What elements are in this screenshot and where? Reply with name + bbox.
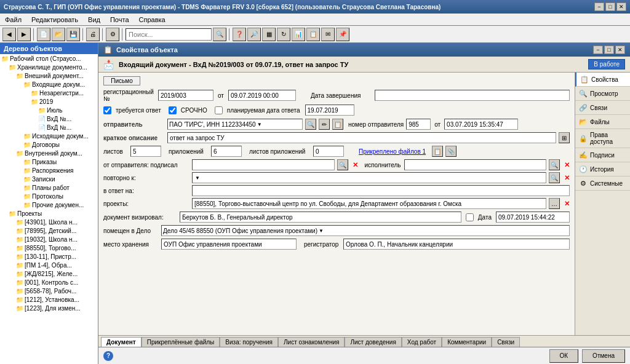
toolbar-zoom[interactable]: 🔎 bbox=[247, 28, 261, 41]
tree-item-external[interactable]: 📁Внешний документ... bbox=[0, 71, 98, 80]
projects-input[interactable] bbox=[192, 198, 546, 209]
sender-number-input[interactable] bbox=[406, 119, 431, 130]
sidebar-item-files[interactable]: 📂 Файлы bbox=[575, 115, 630, 129]
tab-comments[interactable]: Комментарии bbox=[442, 337, 492, 347]
tree-item-1223[interactable]: 📁[1223], Для измен... bbox=[0, 304, 98, 312]
executor-input[interactable] bbox=[404, 159, 547, 170]
brief-desc-expand-btn[interactable]: ⊞ bbox=[559, 132, 570, 143]
ok-button[interactable]: ОК bbox=[549, 349, 579, 363]
tab-attached-files[interactable]: Прикреплённые файлы bbox=[142, 337, 220, 347]
reg-date-input[interactable] bbox=[228, 90, 296, 101]
toolbar-extra4[interactable]: 📌 bbox=[336, 28, 349, 41]
tree-item-43901[interactable]: 📁[43901], Школа н... bbox=[0, 218, 98, 226]
tree-item-19032[interactable]: 📁[19032], Школа н... bbox=[0, 235, 98, 243]
toolbar-extra1[interactable]: 📊 bbox=[292, 28, 305, 41]
registrar-input[interactable] bbox=[343, 239, 570, 250]
sidebar-item-system[interactable]: ⚙ Системные bbox=[575, 176, 630, 191]
toolbar-save[interactable]: 💾 bbox=[66, 28, 80, 41]
urgent-checkbox[interactable] bbox=[169, 106, 177, 114]
sender-edit-btn[interactable]: ✏ bbox=[319, 119, 330, 130]
toolbar-extra3[interactable]: ✉ bbox=[321, 28, 335, 41]
tree-item-5658[interactable]: 📁[5658-78], Рабоч... bbox=[0, 287, 98, 295]
sender-clear-btn[interactable]: 📋 bbox=[332, 119, 343, 130]
tree-item-orders[interactable]: 📁Приказы bbox=[0, 157, 98, 166]
toolbar-settings[interactable]: ⚙ bbox=[106, 28, 119, 41]
toolbar-refresh[interactable]: ↻ bbox=[277, 28, 290, 41]
attach-sheets-input[interactable] bbox=[313, 146, 344, 157]
files-attach-btn[interactable]: 📎 bbox=[445, 146, 457, 157]
sidebar-item-links[interactable]: 🔗 Связи bbox=[575, 101, 630, 115]
completion-date-input[interactable] bbox=[375, 90, 570, 101]
tree-item-decrees[interactable]: 📁Распоряжения bbox=[0, 166, 98, 175]
tree-item-contracts[interactable]: 📁Договоры bbox=[0, 140, 98, 149]
minimize-button[interactable]: − bbox=[594, 2, 604, 11]
signer-input[interactable] bbox=[192, 159, 335, 170]
executor-search-btn[interactable]: 🔍 bbox=[549, 159, 560, 170]
search-button[interactable]: 🔍 bbox=[213, 28, 226, 41]
tree-item-pm1-4[interactable]: 📁[ПМ 1-4], Обра... bbox=[0, 261, 98, 269]
tree-item-outgoing[interactable]: 📁Исходящие докум... bbox=[0, 132, 98, 140]
sender-search-btn[interactable]: 🔍 bbox=[305, 119, 316, 130]
sidebar-item-view[interactable]: 🔍 Просмотр bbox=[575, 87, 630, 101]
signer-clear-icon[interactable]: ✕ bbox=[353, 161, 358, 169]
tree-item-unregistered[interactable]: 📁Незарегистри... bbox=[0, 89, 98, 97]
sender-date-input[interactable] bbox=[444, 119, 518, 130]
toolbar-back[interactable]: ◀ bbox=[2, 28, 16, 41]
in-answer-input[interactable] bbox=[192, 185, 570, 196]
repeat-dropdown[interactable]: ▼ bbox=[192, 172, 546, 183]
window-minimize[interactable]: − bbox=[593, 46, 603, 54]
menu-mail[interactable]: Почта bbox=[108, 15, 132, 24]
tree-item-doc1[interactable]: 📄ВхД №... bbox=[0, 114, 98, 123]
tree-item-desktop[interactable]: 📁Рабочий стол (Страусо... bbox=[0, 54, 98, 63]
sidebar-item-history[interactable]: 🕐 История bbox=[575, 162, 630, 176]
toolbar-open[interactable]: 📂 bbox=[52, 28, 65, 41]
menu-help[interactable]: Справка bbox=[137, 15, 168, 24]
visa-date-input[interactable] bbox=[496, 212, 570, 223]
projects-clear-icon[interactable]: ✕ bbox=[564, 200, 570, 208]
sidebar-item-access[interactable]: 🔒 Права доступа bbox=[575, 129, 630, 148]
tree-item-130-11[interactable]: 📁[130-11], Пристр... bbox=[0, 252, 98, 261]
maximize-button[interactable]: □ bbox=[605, 2, 615, 11]
sidebar-item-signatures[interactable]: ✍ Подписи bbox=[575, 148, 630, 162]
visa-date-checkbox[interactable] bbox=[466, 213, 474, 221]
tree-item-88550[interactable]: 📁[88550], Торгово... bbox=[0, 243, 98, 252]
tree-item-incoming[interactable]: 📁Входящие докум... bbox=[0, 80, 98, 89]
tree-item-doc2[interactable]: 📄ВхД №... bbox=[0, 123, 98, 132]
tree-item-workplans[interactable]: 📁Планы работ bbox=[0, 183, 98, 192]
executor-clear-icon[interactable]: ✕ bbox=[564, 161, 570, 169]
attachments-input[interactable] bbox=[211, 146, 242, 157]
search-input[interactable] bbox=[126, 28, 212, 41]
menu-edit[interactable]: Редактировать bbox=[29, 15, 81, 24]
repeat-clear-icon[interactable]: ✕ bbox=[564, 174, 570, 182]
tab-delivery-sheet[interactable]: Лист доведения bbox=[345, 337, 401, 347]
tab-links[interactable]: Связи bbox=[492, 337, 520, 347]
sheets-input[interactable] bbox=[130, 146, 161, 157]
toolbar-filter[interactable]: ▦ bbox=[262, 28, 276, 41]
brief-desc-input[interactable] bbox=[167, 132, 556, 143]
tree-item-1212[interactable]: 📁[1212], Установка... bbox=[0, 295, 98, 304]
menu-view[interactable]: Вид bbox=[86, 15, 103, 24]
sidebar-item-properties[interactable]: 📋 Свойства bbox=[575, 73, 630, 87]
tree-item-2019[interactable]: 📁2019 bbox=[0, 97, 98, 106]
attached-files-link[interactable]: Прикреплено файлов 1 bbox=[359, 148, 426, 155]
toolbar-new[interactable]: 📄 bbox=[37, 28, 50, 41]
toolbar-extra2[interactable]: 📋 bbox=[306, 28, 320, 41]
cancel-button[interactable]: Отмена bbox=[582, 349, 625, 363]
plan-date-input[interactable] bbox=[305, 105, 354, 116]
requires-answer-checkbox[interactable] bbox=[103, 106, 111, 114]
toolbar-help[interactable]: ❓ bbox=[233, 28, 246, 41]
close-button[interactable]: ✕ bbox=[616, 2, 626, 11]
tree-item-protocols[interactable]: 📁Протоколы bbox=[0, 192, 98, 200]
tab-workflow[interactable]: Ход работ bbox=[402, 337, 442, 347]
toolbar-forward[interactable]: ▶ bbox=[17, 28, 31, 41]
sender-dropdown[interactable]: ПАО 'ТИРС', ИНН 1122334450 ▼ bbox=[167, 119, 303, 130]
help-button[interactable]: ? bbox=[103, 351, 113, 361]
tree-item-001[interactable]: 📁[001], Контроль с... bbox=[0, 278, 98, 287]
tree-item-zd8215[interactable]: 📁[ЖД/8215], Желе... bbox=[0, 269, 98, 278]
window-maximize[interactable]: □ bbox=[604, 46, 614, 54]
tree-item-storage[interactable]: 📁Хранилище документо... bbox=[0, 63, 98, 71]
tab-review-sheet[interactable]: Лист ознакомления bbox=[278, 337, 345, 347]
repeat-search-btn[interactable]: 🔍 bbox=[549, 172, 560, 183]
projects-browse-btn[interactable]: … bbox=[549, 198, 560, 209]
tree-item-78995[interactable]: 📁[78995], Детский... bbox=[0, 226, 98, 235]
